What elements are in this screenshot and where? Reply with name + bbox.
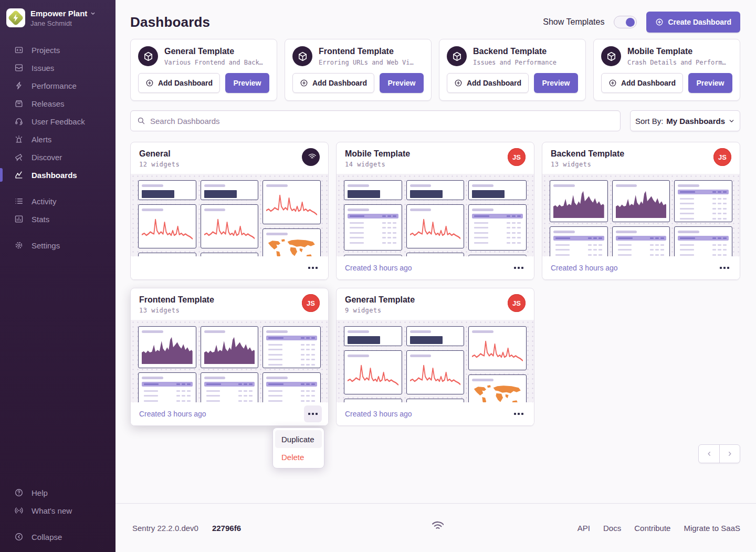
dashboard-title: General Template bbox=[345, 295, 526, 305]
mini-widget-table bbox=[550, 226, 608, 256]
dashboard-preview bbox=[131, 320, 328, 402]
mini-widget-bignumber bbox=[406, 326, 465, 346]
add-dashboard-button[interactable]: Add Dashboard bbox=[447, 73, 529, 93]
sidebar-item-releases[interactable]: Releases bbox=[0, 95, 116, 112]
more-options-button[interactable] bbox=[304, 405, 322, 422]
sidebar-item-alerts[interactable]: Alerts bbox=[0, 130, 116, 148]
mini-widget-clip bbox=[344, 399, 402, 402]
org-switcher[interactable]: Empower Plant Jane Schmidt bbox=[0, 0, 116, 33]
mini-widget-bignumber bbox=[344, 180, 402, 200]
sentry-logo-icon bbox=[306, 152, 316, 162]
footer-link-migrate[interactable]: Migrate to SaaS bbox=[684, 524, 740, 533]
show-templates-toggle[interactable] bbox=[614, 16, 637, 28]
org-name[interactable]: Empower Plant bbox=[30, 9, 87, 18]
area-chart-widget bbox=[142, 335, 193, 364]
stats-icon bbox=[14, 214, 24, 224]
preview-label: Preview bbox=[542, 79, 570, 87]
preview-column bbox=[201, 180, 259, 256]
preview-button[interactable]: Preview bbox=[225, 73, 269, 93]
sidebar-item-label: Releases bbox=[32, 99, 65, 108]
more-options-button[interactable] bbox=[510, 405, 528, 422]
mini-widget-bignumber bbox=[468, 180, 527, 200]
sidebar-item-user-feedback[interactable]: User Feedback bbox=[0, 112, 116, 130]
preview-label: Preview bbox=[388, 79, 416, 87]
line-chart-widget bbox=[266, 189, 317, 220]
mini-widget-table bbox=[612, 226, 670, 256]
settings-icon bbox=[14, 241, 24, 250]
plus-circle-icon bbox=[454, 79, 463, 87]
context-menu-item-delete[interactable]: Delete bbox=[275, 448, 322, 466]
search-bar[interactable] bbox=[130, 110, 621, 131]
add-dashboard-button[interactable]: Add Dashboard bbox=[292, 73, 374, 93]
show-templates-label: Show Templates bbox=[543, 17, 604, 27]
preview-button[interactable]: Preview bbox=[380, 73, 424, 93]
preview-button[interactable]: Preview bbox=[534, 73, 578, 93]
sort-by-value: My Dashboards bbox=[666, 117, 725, 126]
sidebar-item-activity[interactable]: Activity bbox=[0, 192, 116, 210]
sidebar-item-whats-new[interactable]: What's new bbox=[0, 502, 116, 519]
page-title: Dashboards bbox=[130, 14, 210, 30]
dashboard-card[interactable]: Mobile Template14 widgetsJSCreated 3 hou… bbox=[336, 142, 534, 280]
sidebar-item-help[interactable]: Help bbox=[0, 484, 116, 502]
template-title: Backend Template bbox=[473, 47, 556, 56]
footer-link-docs[interactable]: Docs bbox=[603, 524, 621, 533]
preview-column bbox=[262, 180, 321, 256]
more-options-button[interactable] bbox=[304, 259, 322, 276]
sidebar-item-issues[interactable]: Issues bbox=[0, 59, 116, 77]
dashboard-widget-count: 14 widgets bbox=[345, 161, 526, 168]
mini-widget-map bbox=[468, 374, 527, 402]
create-dashboard-button[interactable]: Create Dashboard bbox=[646, 12, 740, 33]
sidebar-item-performance[interactable]: Performance bbox=[0, 77, 116, 95]
footer-link-contribute[interactable]: Contribute bbox=[634, 524, 670, 533]
dashboard-card[interactable]: General Template9 widgetsJSCreated 3 hou… bbox=[336, 288, 534, 426]
avatar: JS bbox=[302, 294, 320, 312]
sidebar-item-collapse[interactable]: Collapse bbox=[0, 528, 116, 546]
sentry-logo-icon bbox=[428, 518, 444, 537]
mini-widget-area bbox=[201, 326, 259, 368]
user-name: Jane Schmidt bbox=[30, 19, 96, 27]
chevron-down-icon bbox=[90, 11, 96, 17]
line-chart-widget bbox=[204, 213, 255, 244]
add-dashboard-label: Add Dashboard bbox=[158, 79, 213, 87]
template-description: Crash Details and Perform… bbox=[627, 59, 726, 66]
mini-widget-line bbox=[468, 326, 527, 370]
add-dashboard-label: Add Dashboard bbox=[621, 79, 676, 87]
dashboard-card[interactable]: Backend Template13 widgetsJSCreated 3 ho… bbox=[542, 142, 740, 280]
more-options-button[interactable] bbox=[716, 259, 733, 276]
mini-widget-bignumber bbox=[344, 326, 402, 346]
sidebar-item-stats[interactable]: Stats bbox=[0, 210, 116, 228]
sidebar-item-discover[interactable]: Discover bbox=[0, 148, 116, 166]
sidebar-item-projects[interactable]: Projects bbox=[0, 41, 116, 59]
add-dashboard-button[interactable]: Add Dashboard bbox=[138, 73, 220, 93]
more-options-button[interactable] bbox=[510, 259, 528, 276]
sort-by-dropdown[interactable]: Sort By: My Dashboards bbox=[630, 110, 740, 131]
next-page-button[interactable] bbox=[719, 445, 740, 463]
sidebar-item-settings[interactable]: Settings bbox=[0, 236, 116, 254]
footer-link-api[interactable]: API bbox=[578, 524, 590, 533]
preview-column bbox=[138, 326, 196, 402]
mini-widget-line bbox=[406, 204, 465, 248]
dashboard-card[interactable]: Frontend Template13 widgetsJSCreated 3 h… bbox=[130, 288, 329, 426]
build-hash[interactable]: 22796f6 bbox=[212, 524, 241, 533]
search-input[interactable] bbox=[150, 117, 614, 126]
context-menu-item-duplicate[interactable]: Duplicate bbox=[275, 430, 322, 448]
preview-column bbox=[344, 180, 402, 256]
sidebar-item-label: Performance bbox=[32, 81, 77, 90]
sidebar-item-dashboards[interactable]: Dashboards bbox=[0, 166, 116, 184]
preview-label: Preview bbox=[234, 79, 261, 87]
preview-column bbox=[550, 180, 608, 256]
previous-page-button[interactable] bbox=[699, 445, 719, 463]
dashboard-preview bbox=[131, 174, 328, 256]
area-chart-widget bbox=[204, 335, 255, 364]
dashboard-card[interactable]: General12 widgets bbox=[130, 142, 329, 280]
preview-button[interactable]: Preview bbox=[688, 73, 732, 93]
dashboard-widget-count: 9 widgets bbox=[345, 307, 526, 314]
line-chart-widget bbox=[142, 213, 193, 244]
dashboards-icon bbox=[14, 170, 24, 180]
template-title: Frontend Template bbox=[319, 47, 414, 56]
version-text: Sentry 22.2.0.dev0 bbox=[132, 524, 198, 533]
mini-widget-clip bbox=[406, 399, 465, 402]
add-dashboard-button[interactable]: Add Dashboard bbox=[601, 73, 683, 93]
main-area: Dashboards Show Templates Create Dashboa… bbox=[116, 0, 756, 552]
mini-widget-table bbox=[468, 204, 527, 251]
